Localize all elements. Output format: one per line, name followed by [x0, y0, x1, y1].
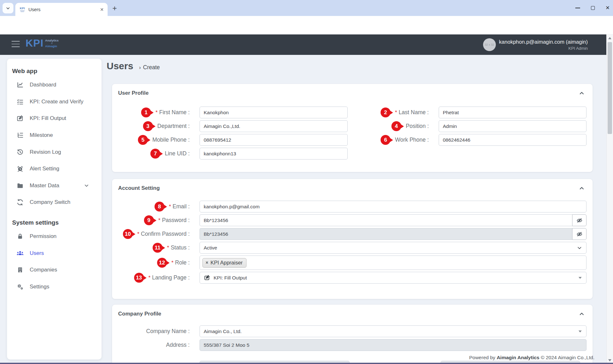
password-label: 9 * Password :	[112, 214, 200, 226]
sidebar-item-kpi-fill-output[interactable]: KPI: Fill Output	[7, 110, 102, 127]
kpi-logo[interactable]: KPI Analytics & Aimagin	[26, 37, 59, 49]
line-uid-input[interactable]	[200, 148, 348, 160]
chevron-down-icon	[577, 245, 582, 250]
page-scrollbar[interactable]	[606, 34, 613, 364]
browser-tab-users[interactable]: KPI Users ✕	[15, 3, 108, 16]
sidebar: Web app Dashboard KPI: Create and Verify…	[7, 59, 102, 360]
company-name-select[interactable]: Aimagin Co., Ltd.	[200, 325, 587, 337]
pen-square-icon	[204, 275, 210, 281]
department-input[interactable]	[200, 120, 348, 132]
sidebar-item-users[interactable]: Users	[7, 245, 102, 262]
tab-close-icon[interactable]: ✕	[100, 7, 104, 12]
user-menu[interactable]: 32 x 32 kanokphon.p@aimagin.com (aimagin…	[483, 38, 588, 51]
history-clock-icon	[16, 148, 24, 156]
email-label: 8 * Email :	[112, 201, 200, 212]
sidebar-item-master-data[interactable]: Master Data	[7, 177, 102, 194]
status-select[interactable]: Active	[200, 242, 587, 254]
dropdown-arrow-icon	[579, 277, 582, 279]
position-input[interactable]	[439, 120, 587, 132]
sidebar-item-permission[interactable]: Permission	[7, 228, 102, 245]
address-label: Address :	[112, 339, 200, 351]
sidebar-item-alert-setting[interactable]: Alert Setting	[7, 160, 102, 177]
building-icon	[16, 266, 24, 274]
collapse-chevron-up-icon[interactable]	[579, 90, 585, 96]
sidebar-item-kpi-create-verify[interactable]: KPI: Create and Verify	[7, 93, 102, 110]
last-name-label: 2 * Last Name :	[348, 107, 439, 118]
account-setting-title: Account Setting	[118, 185, 160, 191]
confirm-password-input[interactable]	[200, 228, 572, 240]
user-profile-title: User Profile	[118, 90, 148, 96]
lock-icon	[16, 233, 24, 240]
annotation-badge-13: 13	[134, 273, 144, 283]
department-label: 3 Department :	[112, 120, 200, 132]
annotation-badge-3: 3	[143, 121, 153, 131]
scrollbar-thumb[interactable]	[608, 42, 612, 134]
annotation-badge-12: 12	[157, 258, 167, 268]
company-name-label: Company Name :	[112, 325, 200, 337]
user-role: KPI Admin	[568, 46, 588, 51]
scroll-down-arrow-icon[interactable]	[608, 359, 611, 361]
mobile-phone-input[interactable]	[200, 134, 348, 146]
first-name-input[interactable]	[200, 107, 348, 118]
collapse-chevron-up-icon[interactable]	[579, 185, 585, 191]
user-profile-card: User Profile 1 * First Name : 2 * Last N…	[112, 84, 593, 172]
application-window: KPI Users ✕ + ✕ kpi.aimagin.com/?_pageId…	[0, 0, 613, 364]
annotation-badge-4: 4	[391, 121, 401, 131]
users-group-icon	[16, 249, 24, 257]
app-navbar: KPI Analytics & Aimagin 32 x 32 kanokpho…	[0, 34, 606, 55]
hamburger-menu-icon[interactable]	[11, 41, 20, 47]
eye-slash-icon	[576, 217, 583, 224]
email-input[interactable]	[200, 201, 587, 212]
chevron-down-icon	[84, 183, 89, 189]
landing-page-select[interactable]: KPI: Fill Output	[200, 272, 587, 284]
sidebar-heading-webapp: Web app	[12, 67, 102, 75]
sidebar-item-companies[interactable]: Companies	[7, 262, 102, 279]
footer-credit: Powered by Aimagin Analytics © 2024 Aima…	[469, 355, 594, 360]
kpi-favicon-icon: KPI	[19, 6, 26, 13]
confirm-password-visibility-button[interactable]	[572, 228, 587, 240]
annotation-badge-8: 8	[155, 202, 164, 212]
work-phone-label: 6 Work Phone :	[348, 134, 439, 146]
page-title: Users	[107, 61, 133, 71]
window-minimize-button[interactable]	[575, 8, 580, 8]
work-phone-input[interactable]	[439, 134, 587, 146]
scroll-up-arrow-icon[interactable]	[608, 37, 611, 39]
sidebar-heading-system-settings: System settings	[12, 219, 102, 227]
window-close-button[interactable]: ✕	[606, 5, 610, 11]
line-uid-label: 7 Line UID :	[112, 148, 200, 160]
alarm-clock-icon	[16, 165, 24, 173]
sidebar-item-revision-log[interactable]: Revision Log	[7, 144, 102, 160]
address-input[interactable]	[200, 339, 587, 351]
annotation-badge-6: 6	[381, 135, 390, 145]
new-tab-button[interactable]: +	[112, 4, 117, 13]
window-maximize-button[interactable]	[591, 6, 595, 10]
sidebar-item-settings[interactable]: Settings	[7, 279, 102, 295]
company-profile-title: Company Profile	[118, 311, 161, 317]
annotation-badge-1: 1	[141, 108, 151, 117]
sidebar-item-dashboard[interactable]: Dashboard	[7, 77, 102, 93]
list-tree-icon	[16, 131, 24, 139]
list-check-icon	[16, 98, 24, 106]
collapse-chevron-up-icon[interactable]	[579, 311, 585, 317]
breadcrumb: Create	[143, 64, 160, 71]
sidebar-item-milestone[interactable]: Milestone	[7, 127, 102, 144]
annotation-badge-2: 2	[381, 108, 390, 117]
last-name-input[interactable]	[439, 107, 587, 118]
annotation-badge-7: 7	[150, 149, 160, 159]
password-visibility-button[interactable]	[572, 214, 587, 226]
sidebar-item-company-switch[interactable]: Company Switch	[7, 194, 102, 211]
role-tag-kpi-appraiser[interactable]: × KPI Appraiser	[202, 258, 246, 268]
chart-line-icon	[16, 81, 24, 89]
window-controls: ✕	[575, 0, 610, 16]
annotation-badge-11: 11	[153, 243, 163, 253]
remove-tag-icon[interactable]: ×	[206, 260, 208, 265]
tab-search-button[interactable]	[3, 3, 13, 13]
annotation-badge-9: 9	[144, 215, 154, 225]
role-multiselect[interactable]: × KPI Appraiser	[200, 256, 587, 270]
password-input[interactable]	[200, 214, 572, 226]
annotation-badge-5: 5	[138, 135, 148, 145]
role-label: 12 * Role :	[112, 256, 200, 270]
folder-icon	[16, 182, 24, 189]
landing-page-label: 13 * Landing Page :	[112, 272, 200, 284]
browser-tab-strip: KPI Users ✕ + ✕	[0, 0, 613, 16]
